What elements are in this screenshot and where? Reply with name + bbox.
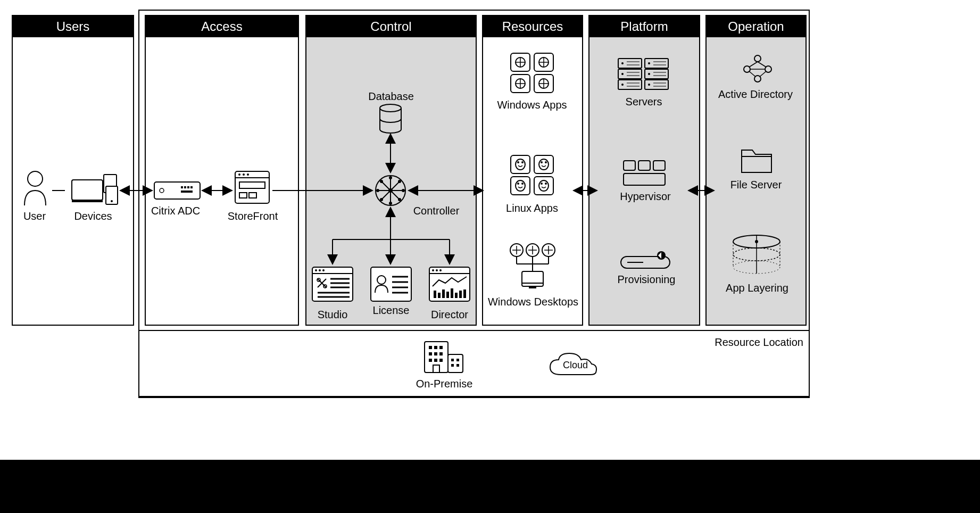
svg-rect-119: [529, 286, 536, 288]
on-premise-label: On-Premise: [415, 378, 474, 390]
svg-rect-170: [429, 346, 432, 349]
svg-rect-174: [434, 352, 437, 355]
svg-rect-12: [181, 191, 193, 193]
svg-point-5: [111, 200, 113, 202]
svg-line-34: [391, 181, 400, 191]
svg-point-97: [517, 183, 519, 185]
svg-point-133: [648, 62, 650, 64]
svg-rect-146: [653, 161, 665, 170]
cloud-label: Cloud: [563, 360, 588, 371]
svg-rect-181: [456, 359, 459, 361]
cloud-icon: Cloud: [546, 351, 599, 380]
svg-point-93: [541, 161, 543, 163]
svg-point-121: [621, 62, 624, 64]
svg-point-17: [247, 173, 249, 176]
footer-box: [138, 330, 810, 397]
svg-rect-40: [312, 267, 353, 301]
bottom-bar: [0, 460, 980, 513]
svg-rect-172: [439, 346, 443, 349]
studio-label: Studio: [311, 309, 354, 321]
svg-point-31: [402, 189, 405, 192]
svg-point-100: [539, 180, 549, 191]
on-premise-icon: [422, 340, 465, 375]
devices-label: Devices: [67, 210, 120, 222]
operation-header: Operation: [707, 16, 805, 37]
windows-desktops-icon: [503, 243, 562, 291]
file-server-icon: [740, 147, 774, 175]
svg-rect-11: [190, 186, 193, 188]
svg-rect-64: [438, 293, 441, 298]
svg-point-62: [439, 269, 442, 271]
control-header: Control: [306, 16, 476, 37]
svg-point-98: [521, 183, 524, 185]
svg-rect-91: [534, 155, 553, 173]
resources-header: Resources: [483, 16, 582, 37]
svg-point-35: [398, 180, 401, 183]
linux-apps-label: Linux Apps: [500, 202, 564, 214]
database-icon: [378, 104, 403, 134]
svg-rect-8: [181, 186, 183, 188]
svg-point-7: [160, 188, 164, 193]
svg-point-25: [389, 176, 392, 179]
svg-point-60: [432, 269, 434, 271]
svg-rect-6: [154, 182, 200, 199]
svg-point-43: [319, 269, 321, 271]
access-section: Access: [145, 15, 299, 326]
svg-rect-179: [433, 365, 439, 373]
svg-rect-182: [451, 364, 454, 367]
svg-rect-177: [434, 359, 437, 362]
windows-apps-icon: [509, 52, 557, 95]
app-layering-label: App Layering: [724, 282, 791, 294]
svg-point-29: [376, 189, 379, 192]
app-layering-icon: [729, 233, 784, 276]
svg-rect-65: [442, 289, 445, 298]
svg-point-94: [545, 161, 547, 163]
svg-rect-63: [434, 291, 436, 298]
svg-line-36: [381, 191, 391, 200]
resource-location-label: Resource Location: [713, 336, 803, 349]
license-icon: [370, 266, 412, 302]
svg-point-167: [755, 240, 758, 243]
studio-icon: [311, 266, 354, 302]
svg-rect-10: [187, 186, 189, 188]
servers-label: Servers: [617, 96, 670, 108]
provisioning-label: Provisioning: [612, 274, 681, 286]
svg-point-0: [28, 171, 43, 186]
director-icon: [428, 266, 471, 302]
svg-point-141: [648, 84, 650, 86]
storefront-label: StoreFront: [223, 210, 282, 222]
active-directory-label: Active Directory: [713, 88, 798, 101]
svg-rect-176: [429, 359, 432, 362]
svg-line-155: [749, 62, 758, 67]
svg-rect-9: [184, 186, 186, 188]
file-server-label: File Server: [727, 179, 785, 191]
svg-point-92: [539, 159, 549, 170]
hypervisor-label: Hypervisor: [616, 191, 675, 203]
svg-point-33: [380, 180, 383, 183]
svg-point-137: [648, 73, 650, 75]
windows-desktops-label: Windows Desktops: [485, 296, 581, 308]
windows-apps-label: Windows Apps: [495, 99, 569, 111]
user-icon: [20, 169, 50, 206]
svg-point-125: [621, 73, 624, 75]
svg-rect-19: [239, 193, 247, 198]
svg-rect-183: [456, 364, 459, 367]
svg-point-15: [238, 173, 240, 176]
svg-rect-173: [429, 352, 432, 355]
users-header: Users: [13, 16, 133, 37]
svg-rect-52: [371, 267, 411, 301]
platform-header: Platform: [589, 16, 699, 37]
svg-point-44: [322, 269, 325, 271]
svg-point-39: [398, 198, 401, 201]
svg-point-42: [315, 269, 317, 271]
svg-point-102: [545, 183, 547, 185]
svg-line-157: [749, 71, 755, 77]
svg-point-129: [621, 84, 624, 86]
linux-apps-icon: [509, 154, 557, 197]
svg-rect-180: [451, 359, 454, 361]
svg-rect-67: [451, 288, 453, 298]
svg-rect-68: [455, 293, 458, 298]
svg-rect-95: [511, 177, 530, 195]
svg-point-21: [380, 104, 401, 112]
svg-rect-2: [72, 200, 103, 202]
